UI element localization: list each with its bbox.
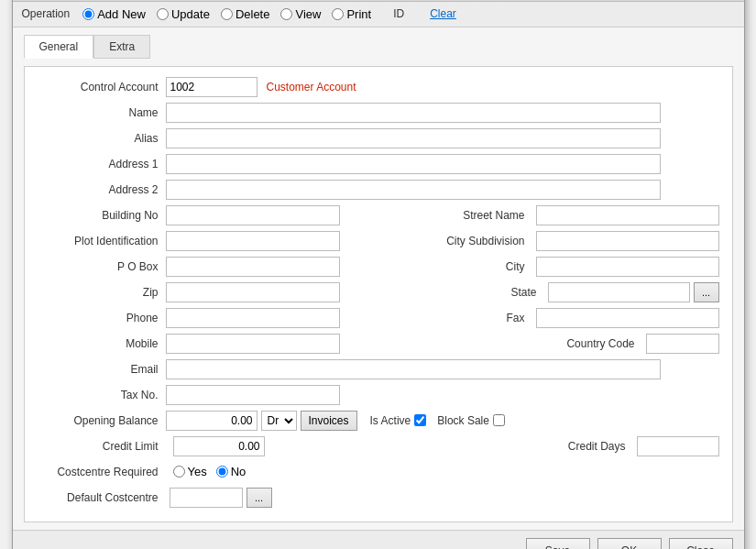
ok-button[interactable]: OK (597, 538, 662, 550)
close-button[interactable]: Close (669, 538, 733, 550)
is-active-label: Is Active (370, 414, 411, 427)
costcentre-browse-button[interactable]: ... (247, 488, 272, 508)
city-col: City (432, 257, 719, 277)
fax-input[interactable] (536, 308, 719, 328)
street-col: Street Name (432, 205, 719, 225)
pobox-input[interactable] (166, 257, 340, 277)
mobile-label: Mobile (38, 337, 166, 350)
opening-balance-label: Opening Balance (38, 414, 166, 427)
save-button[interactable]: Save (526, 538, 590, 550)
radio-add-new[interactable]: Add New (82, 7, 146, 21)
radio-print-label: Print (346, 7, 371, 21)
fax-label: Fax (432, 312, 532, 324)
name-input[interactable] (166, 103, 661, 123)
no-label: No (231, 465, 247, 478)
radio-no[interactable]: No (216, 465, 247, 478)
credit-days-label: Credit Days (532, 440, 633, 453)
radio-add-new-label: Add New (97, 7, 146, 21)
credit-limit-input[interactable] (173, 436, 265, 456)
email-input[interactable] (166, 359, 661, 379)
street-name-input[interactable] (536, 205, 719, 225)
zip-col: Zip (38, 282, 436, 302)
zip-input[interactable] (166, 282, 340, 302)
radio-update[interactable]: Update (157, 7, 210, 21)
zip-label: Zip (38, 286, 166, 299)
control-account-inputs: Customer Account (166, 77, 356, 97)
default-costcentre-input[interactable] (170, 488, 243, 508)
address2-label: Address 2 (38, 183, 166, 196)
id-label: ID (393, 7, 404, 20)
city-subdivision-input[interactable] (536, 231, 719, 251)
phone-label: Phone (38, 312, 166, 324)
pobox-city-row: P O Box City (38, 256, 719, 278)
mobile-input[interactable] (166, 334, 340, 354)
credit-limit-col: Credit Limit (38, 436, 525, 456)
clear-link[interactable]: Clear (430, 7, 456, 20)
radio-print[interactable]: Print (332, 7, 371, 21)
customer-account-label: Customer Account (267, 81, 356, 93)
phone-input[interactable] (166, 308, 340, 328)
zip-state-row: Zip State ... (38, 281, 719, 303)
city-input[interactable] (536, 257, 719, 277)
block-sale-checkbox[interactable] (493, 414, 505, 426)
city-label: City (432, 260, 532, 273)
city-sub-col: City Subdivision (432, 231, 719, 251)
opening-balance-row: Opening Balance Dr Cr Invoices Is Active (38, 410, 719, 432)
state-label: State (444, 286, 544, 299)
credit-limit-label: Credit Limit (38, 440, 166, 453)
costcentre-required-row: Costcentre Required Yes No (38, 461, 719, 483)
phone-col: Phone (38, 308, 424, 328)
building-no-input[interactable] (166, 205, 340, 225)
opening-balance-inputs: Dr Cr Invoices Is Active Block Sale (166, 411, 505, 431)
building-col: Building No (38, 205, 424, 225)
alias-label: Alias (38, 132, 166, 145)
name-label: Name (38, 106, 166, 119)
credit-days-input[interactable] (637, 436, 719, 456)
address1-row: Address 1 (38, 153, 719, 175)
country-code-label: Country Code (542, 337, 642, 350)
radio-view-label: View (295, 7, 321, 21)
address1-input[interactable] (166, 154, 661, 174)
tabs: General Extra (24, 35, 733, 59)
tax-row: Tax No. (38, 384, 719, 406)
building-no-label: Building No (38, 209, 166, 222)
control-account-row: Control Account Customer Account (38, 76, 719, 98)
default-costcentre-row: Default Costcentre ... (38, 487, 719, 509)
radio-view[interactable]: View (280, 7, 321, 21)
address1-label: Address 1 (38, 158, 166, 170)
alias-row: Alias (38, 127, 719, 149)
radio-delete[interactable]: Delete (221, 7, 270, 21)
country-code-col: Country Code (542, 334, 719, 354)
alias-input[interactable] (166, 128, 661, 148)
is-active-checkbox[interactable] (414, 414, 426, 426)
plot-id-input[interactable] (166, 231, 340, 251)
address2-input[interactable] (166, 180, 661, 200)
block-sale-item: Block Sale (437, 414, 505, 427)
email-label: Email (38, 363, 166, 376)
opening-balance-input[interactable] (166, 411, 257, 431)
state-browse-button[interactable]: ... (694, 282, 719, 302)
content-area: General Extra Control Account Customer A… (13, 27, 744, 530)
tab-general[interactable]: General (24, 35, 94, 59)
costcentre-required-label: Costcentre Required (38, 466, 166, 478)
dr-cr-select[interactable]: Dr Cr (261, 411, 297, 431)
yes-label: Yes (188, 465, 207, 478)
tax-input[interactable] (166, 385, 340, 405)
block-sale-label: Block Sale (437, 414, 489, 427)
tab-extra[interactable]: Extra (93, 35, 150, 59)
email-row: Email (38, 358, 719, 380)
city-subdivision-label: City Subdivision (432, 235, 532, 247)
footer-buttons: Save OK Close (13, 530, 744, 550)
is-active-item: Is Active (370, 414, 427, 427)
control-account-input[interactable] (166, 77, 257, 97)
state-input[interactable] (548, 282, 690, 302)
pobox-label: P O Box (38, 260, 166, 273)
radio-yes[interactable]: Yes (173, 465, 207, 478)
plot-id-label: Plot Identification (38, 235, 166, 247)
name-row: Name (38, 102, 719, 124)
invoices-button[interactable]: Invoices (301, 411, 357, 431)
country-code-input[interactable] (646, 334, 719, 354)
control-account-label: Control Account (38, 81, 166, 93)
plot-col: Plot Identification (38, 231, 424, 251)
default-costcentre-label: Default Costcentre (38, 491, 166, 504)
